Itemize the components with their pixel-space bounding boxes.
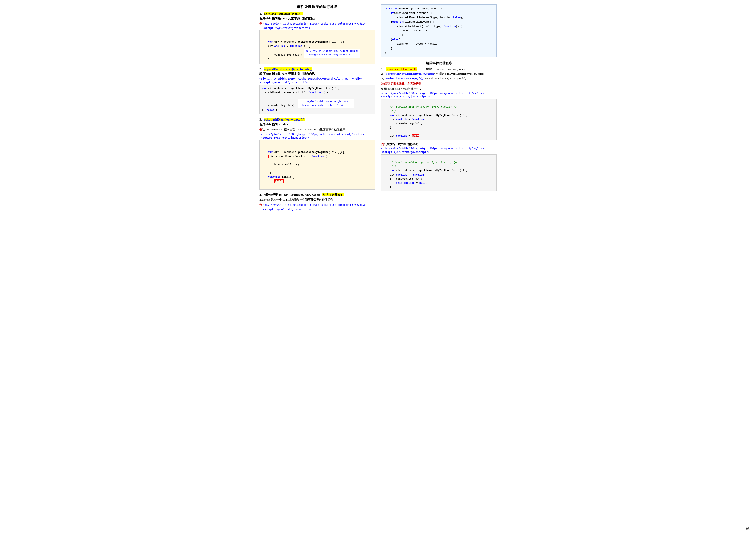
- item-3-subheader: 程序 this 指向 window: [259, 123, 375, 127]
- example2-label: 例只能执行一次的事件的写法: [381, 142, 497, 146]
- item-1-example-label: 例 <div style="width:100px;height:100px;b…: [259, 22, 375, 26]
- remove-code-1: // function addEvent(elem, type, handle)…: [381, 99, 497, 140]
- item-3-code: var div = document.getElementsByTagName(…: [259, 140, 375, 189]
- remove-code-2: // function addEvent(elem, type, handle)…: [381, 155, 497, 191]
- item-1-header: 1、ele.onxxx = function (event) {}: [259, 12, 375, 16]
- item-1-subheader: 程序 this 指向是 dom 元素本身（指向自己）: [259, 16, 375, 20]
- section-item-4: 4、封装兼容性的 addEvent(elem, type, handle);方法…: [259, 193, 375, 211]
- item-2-subheader: 程序 this 指向是 dom 元素本身（指向自己）: [259, 72, 375, 76]
- right-section-title: 解除事件处理程序: [381, 61, 497, 65]
- function-addEvent-code: function addEvent(elem, type, handle) { …: [381, 4, 497, 57]
- item-3-header: 3、obj.attachEvent('on' + type, fn);: [259, 118, 375, 122]
- remove-example-desc: 例用 div.onclick = null;解除事件，: [381, 87, 497, 91]
- section-item-1: 1、ele.onxxx = function (event) {} 程序 thi…: [259, 12, 375, 64]
- left-column: 事件处理程序的运行环境 1、ele.onxxx = function (even…: [259, 4, 375, 214]
- remove-item-2: 2、ele.removeEventListener(type, fn, fals…: [381, 72, 497, 76]
- right-column: function addEvent(elem, type, handle) { …: [381, 4, 497, 214]
- section-item-3: 3、obj.attachEvent('on' + type, fn); 程序 t…: [259, 118, 375, 189]
- item-2-header: 2、obj.addEventListener(type, fn, false);: [259, 67, 375, 71]
- remove-note: 注:若绑定匿名函数，则无法解除: [381, 82, 497, 86]
- remove-item-1: 1、ele.onclick = false/""/null; ==> 解除 el…: [381, 67, 497, 71]
- item2-tooltip: <div style="width:100px;height:100px; ba…: [298, 99, 354, 108]
- page-title: 事件处理程序的运行环境: [259, 4, 375, 9]
- remove-item-3: 3、ele.detachEvent('on'+ type, fn); ==> o…: [381, 76, 497, 80]
- section-item-2: 2、obj.addEventListener(type, fn, false);…: [259, 67, 375, 114]
- item-4-header: 4、封装兼容性的 addEvent(elem, type, handle);方法…: [259, 193, 375, 197]
- item-1-code: var div = document.getElementsByTagName(…: [259, 30, 375, 64]
- item-2-code: var div = document.getElementsByTagName(…: [259, 85, 375, 114]
- item1-tooltip: <div style="width:100px;height:100px; ba…: [304, 48, 360, 58]
- page-container: 事件处理程序的运行环境 1、ele.onxxx = function (even…: [259, 4, 497, 214]
